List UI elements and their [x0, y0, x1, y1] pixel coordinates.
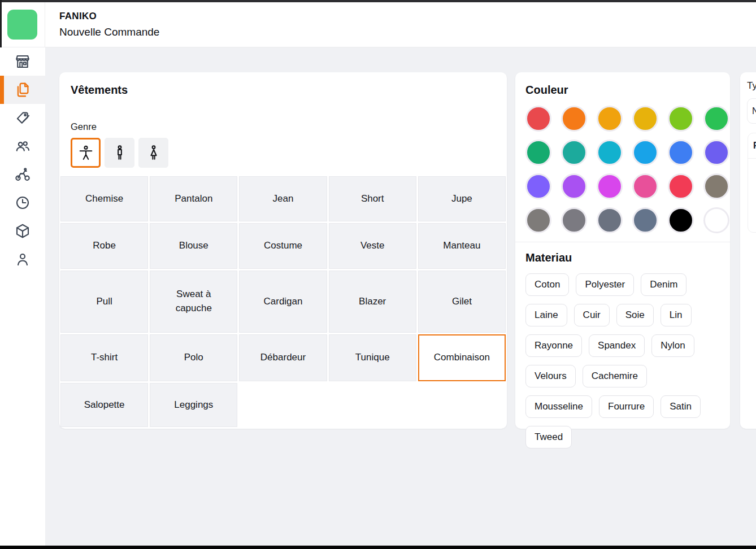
sidebar-item-customers[interactable] [0, 132, 45, 160]
clothing-item[interactable]: Pantalon [150, 176, 237, 221]
material-chip[interactable]: Lin [661, 304, 692, 326]
color-swatch[interactable] [525, 106, 551, 132]
main-content: Vêtements Genre [45, 47, 756, 546]
material-chip[interactable]: Coton [525, 273, 569, 296]
sidebar-item-tags[interactable] [0, 104, 45, 132]
color-swatch[interactable] [668, 207, 694, 233]
clothing-item[interactable]: Jupe [418, 176, 506, 221]
color-swatch[interactable] [668, 140, 694, 165]
sidebar-item-delivery[interactable] [0, 160, 45, 189]
sidebar-item-orders[interactable] [0, 76, 45, 104]
section-divider [515, 242, 730, 242]
type-chip[interactable]: N [747, 98, 756, 124]
package-icon [14, 223, 31, 239]
material-chip[interactable]: Soie [616, 304, 654, 326]
delivery-bike-icon [14, 166, 31, 183]
tag-icon [14, 110, 31, 127]
clothing-item-selected[interactable]: Combinaison [418, 334, 506, 381]
clothing-item[interactable]: Débardeur [239, 334, 327, 381]
clothing-item[interactable]: Blazer [329, 271, 416, 333]
clothing-item[interactable]: Jean [239, 176, 327, 221]
color-swatch[interactable] [668, 173, 694, 199]
color-swatch[interactable] [561, 140, 587, 165]
color-swatch[interactable] [525, 173, 551, 199]
clothing-item[interactable]: Robe [60, 223, 148, 269]
color-panel-title: Couleur [525, 84, 720, 97]
documents-icon [14, 81, 31, 98]
unisex-icon [77, 145, 94, 162]
color-swatch[interactable] [561, 173, 587, 199]
color-swatch[interactable] [561, 106, 587, 132]
clothing-item[interactable]: Pull [60, 271, 148, 333]
color-swatch[interactable] [597, 173, 623, 199]
color-swatch[interactable] [632, 140, 658, 165]
color-swatch[interactable] [703, 173, 729, 199]
material-panel-title: Materiau [525, 251, 720, 264]
sidebar-item-history[interactable] [0, 189, 45, 217]
customers-icon [14, 138, 31, 155]
color-swatch[interactable] [668, 106, 694, 132]
material-chip[interactable]: Rayonne [525, 334, 582, 357]
profile-icon [14, 251, 31, 268]
type-section-title: P [748, 133, 756, 159]
clothing-panel-title: Vêtements [71, 84, 507, 97]
clothing-item[interactable]: Cardigan [239, 271, 327, 333]
material-chip[interactable]: Laine [525, 304, 567, 326]
material-chip[interactable]: Cachemire [583, 365, 647, 387]
genre-button-female[interactable] [138, 138, 168, 168]
color-swatch-grid [525, 106, 720, 233]
logo-cell [0, 2, 45, 47]
material-chip[interactable]: Velours [525, 365, 576, 387]
color-swatch[interactable] [703, 106, 729, 132]
material-chip[interactable]: Cuir [574, 304, 610, 326]
clothing-panel: Vêtements Genre [59, 72, 507, 429]
material-chip[interactable]: Denim [641, 273, 687, 296]
material-chip[interactable]: Spandex [589, 334, 645, 357]
color-swatch[interactable] [561, 207, 587, 233]
app-logo[interactable] [7, 10, 37, 40]
color-swatch[interactable] [597, 106, 623, 132]
clothing-item[interactable]: Veste [329, 223, 416, 269]
clothing-item[interactable]: Tunique [329, 334, 416, 381]
clothing-item[interactable]: T-shirt [60, 334, 148, 381]
genre-button-male[interactable] [105, 138, 134, 168]
sidebar-item-account[interactable] [0, 245, 45, 273]
material-chip-list: Coton Polyester Denim Laine Cuir Soie Li… [525, 273, 720, 448]
color-swatch[interactable] [632, 173, 658, 199]
color-swatch[interactable] [703, 207, 729, 233]
clothing-item[interactable]: Polo [150, 334, 237, 381]
female-icon [145, 145, 162, 162]
clothing-item[interactable]: Sweat à capuche [150, 271, 237, 333]
material-chip[interactable]: Tweed [525, 426, 572, 448]
clothing-item[interactable]: Salopette [60, 383, 148, 427]
sidebar-item-store[interactable] [0, 47, 45, 76]
color-swatch[interactable] [525, 207, 551, 233]
window-bottom-edge [0, 546, 756, 549]
color-swatch[interactable] [632, 106, 658, 132]
color-swatch[interactable] [632, 207, 658, 233]
genre-label: Genre [71, 121, 507, 132]
material-chip[interactable]: Polyester [576, 273, 634, 296]
sidebar-item-products[interactable] [0, 217, 45, 245]
color-swatch[interactable] [597, 140, 623, 165]
storefront-icon [14, 53, 31, 70]
clothing-item[interactable]: Costume [239, 223, 327, 269]
clothing-item[interactable]: Chemise [60, 176, 148, 221]
type-section: P [748, 133, 756, 233]
material-chip[interactable]: Nylon [651, 334, 694, 357]
window-left-edge [0, 0, 2, 47]
genre-button-unisex[interactable] [71, 138, 101, 168]
material-chip[interactable]: Fourrure [599, 395, 654, 418]
type-section-body [748, 159, 756, 232]
color-swatch[interactable] [525, 140, 551, 165]
brand-name: FANIKO [59, 11, 159, 22]
clothing-item[interactable]: Gilet [418, 271, 506, 333]
clothing-item[interactable]: Short [329, 176, 416, 221]
clothing-item[interactable]: Leggings [150, 383, 237, 427]
color-swatch[interactable] [597, 207, 623, 233]
color-swatch[interactable] [703, 140, 729, 165]
material-chip[interactable]: Mousseline [525, 395, 592, 418]
clothing-item[interactable]: Blouse [150, 223, 237, 269]
clothing-item[interactable]: Manteau [418, 223, 506, 269]
material-chip[interactable]: Satin [661, 395, 701, 418]
